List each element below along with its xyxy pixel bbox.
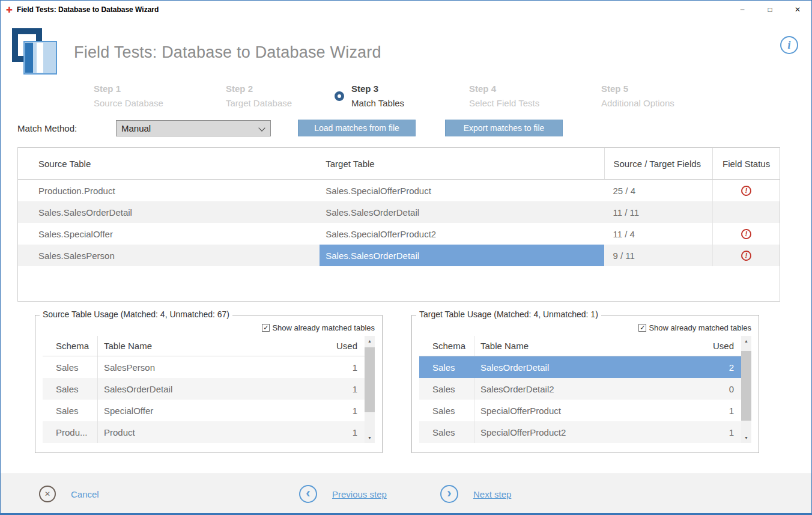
target-table-cell[interactable]: Sales.SalesOrderDetail (320, 201, 604, 223)
list-item[interactable]: Sales SpecialOfferProduct2 1 (419, 421, 741, 443)
previous-step-button[interactable]: ‹ Previous step (299, 474, 387, 514)
column-header-field-status[interactable]: Field Status (712, 148, 780, 179)
source-table-usage-group: Source Table Usage (Matched: 4, Unmatche… (35, 315, 383, 453)
list-item[interactable]: Sales SalesOrderDetail2 0 (419, 378, 741, 400)
footer-bar: ✕ Cancel ‹ Previous step › Next step (1, 474, 811, 513)
window-title: Field Tests: Database to Database Wizard (17, 5, 159, 14)
scrollbar-thumb[interactable] (741, 351, 751, 421)
error-icon: ! (741, 228, 752, 239)
scroll-down-icon[interactable]: ▼ (741, 433, 751, 443)
step-1-source-database: Step 1Source Database (94, 82, 163, 111)
scrollbar[interactable]: ▲ ▼ (741, 336, 751, 443)
table-row[interactable]: Production.Product Sales.SpecialOfferPro… (18, 180, 780, 201)
column-header-used[interactable]: Used (331, 341, 365, 351)
match-method-select[interactable]: Manual (116, 120, 271, 136)
match-method-label: Match Method: (17, 123, 116, 133)
app-logo-icon (10, 26, 58, 78)
error-icon: ! (741, 249, 752, 261)
usage-table-header: Schema Table Name Used (43, 336, 365, 356)
scrollbar[interactable]: ▲ ▼ (365, 336, 375, 443)
show-matched-label[interactable]: Show already matched tables (649, 323, 751, 332)
show-matched-checkbox[interactable]: ✓ (262, 324, 270, 332)
current-step-circle-icon (335, 91, 344, 101)
source-table-cell[interactable]: Sales.SalesOrderDetail (18, 201, 320, 223)
column-header-source-table[interactable]: Source Table (18, 148, 320, 179)
scroll-up-icon[interactable]: ▲ (365, 336, 375, 346)
match-table-header: Source Table Target Table Source / Targe… (18, 148, 780, 180)
fields-count-cell: 9 / 11 (604, 245, 712, 266)
next-step-label[interactable]: Next step (473, 489, 511, 499)
target-table-cell-selected[interactable]: Sales.SalesOrderDetail (320, 245, 604, 266)
list-item[interactable]: Sales SpecialOffer 1 (43, 400, 365, 421)
target-table-cell[interactable]: Sales.SpecialOfferProduct (320, 180, 604, 201)
field-status-cell: ! (712, 223, 780, 245)
export-matches-button[interactable]: Export matches to file (445, 120, 563, 136)
source-usage-title: Source Table Usage (Matched: 4, Unmatche… (40, 309, 232, 319)
previous-step-label[interactable]: Previous step (332, 489, 387, 499)
list-item[interactable]: Sales SalesOrderDetail 1 (43, 378, 365, 400)
column-header-fields[interactable]: Source / Target Fields (604, 148, 712, 179)
cancel-button[interactable]: ✕ Cancel (39, 474, 99, 514)
title-bar: ✚ Field Tests: Database to Database Wiza… (1, 1, 811, 19)
target-table-usage-group: Target Table Usage (Matched: 4, Unmatche… (411, 315, 759, 453)
show-matched-label[interactable]: Show already matched tables (272, 323, 375, 332)
step-4-select-field-tests: Step 4Select Field Tests (469, 82, 539, 111)
source-table-cell[interactable]: Sales.SpecialOffer (18, 223, 320, 245)
column-header-schema[interactable]: Schema (43, 341, 97, 351)
table-row[interactable]: Sales.SalesOrderDetail Sales.SalesOrderD… (18, 201, 780, 223)
chevron-down-icon (258, 124, 265, 131)
scroll-up-icon[interactable]: ▲ (741, 336, 751, 346)
maximize-button[interactable]: □ (756, 1, 784, 19)
close-button[interactable]: ✕ (784, 1, 811, 19)
field-status-cell (712, 201, 780, 223)
target-table-cell[interactable]: Sales.SpecialOfferProduct2 (320, 223, 604, 245)
list-item-selected[interactable]: Sales SalesOrderDetail 2 (419, 356, 741, 378)
step-3-match-tables: Step 3Match Tables (335, 82, 404, 111)
list-item[interactable]: Sales SalesPerson 1 (43, 356, 365, 378)
step-indicator: Step 1Source Database Step 2Target Datab… (1, 79, 811, 112)
scroll-down-icon[interactable]: ▼ (365, 433, 375, 443)
show-matched-checkbox[interactable]: ✓ (638, 324, 646, 332)
column-header-target-table[interactable]: Target Table (320, 148, 604, 179)
list-item[interactable]: Produ... Product 1 (43, 421, 365, 443)
fields-count-cell: 25 / 4 (604, 180, 712, 201)
list-item[interactable]: Sales SpecialOfferProduct 1 (419, 400, 741, 421)
fields-count-cell: 11 / 4 (604, 223, 712, 245)
usage-table-header: Schema Table Name Used (419, 336, 741, 356)
next-step-button[interactable]: › Next step (440, 474, 511, 514)
source-table-cell[interactable]: Sales.SalesPerson (18, 245, 320, 266)
cancel-label[interactable]: Cancel (71, 489, 99, 499)
page-title: Field Tests: Database to Database Wizard (74, 43, 381, 62)
scrollbar-thumb[interactable] (365, 347, 375, 412)
column-header-table-name[interactable]: Table Name (97, 336, 331, 356)
minimize-button[interactable]: – (729, 1, 756, 19)
step-2-target-database: Step 2Target Database (226, 82, 292, 111)
chevron-right-icon[interactable]: › (440, 485, 458, 503)
column-header-table-name[interactable]: Table Name (474, 336, 707, 356)
load-matches-button[interactable]: Load matches from file (298, 120, 416, 136)
chevron-left-icon[interactable]: ‹ (299, 485, 317, 503)
step-5-additional-options: Step 5Additional Options (601, 82, 674, 111)
match-table: Source Table Target Table Source / Targe… (17, 147, 780, 302)
fields-count-cell: 11 / 11 (604, 201, 712, 223)
cancel-icon[interactable]: ✕ (39, 486, 56, 502)
table-row[interactable]: Sales.SalesPerson Sales.SalesOrderDetail… (18, 245, 780, 266)
app-window: ✚ Field Tests: Database to Database Wiza… (0, 0, 812, 515)
table-row[interactable]: Sales.SpecialOffer Sales.SpecialOfferPro… (18, 223, 780, 245)
column-header-used[interactable]: Used (707, 341, 741, 351)
match-method-value: Manual (121, 123, 151, 133)
error-icon: ! (741, 184, 752, 196)
app-icon: ✚ (6, 6, 13, 14)
field-status-cell: ! (712, 245, 780, 266)
target-usage-title: Target Table Usage (Matched: 4, Unmatche… (416, 309, 601, 319)
field-status-cell: ! (712, 180, 780, 201)
column-header-schema[interactable]: Schema (419, 341, 474, 351)
info-icon[interactable]: i (780, 36, 798, 54)
source-table-cell[interactable]: Production.Product (18, 180, 320, 201)
